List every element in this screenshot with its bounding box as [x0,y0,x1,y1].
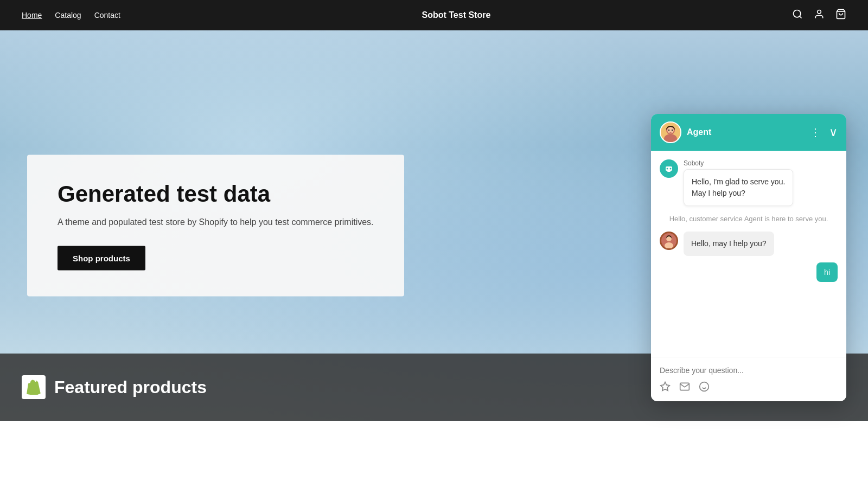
store-title: Sobot Test Store [422,10,491,20]
search-icon[interactable] [792,9,803,22]
user-bubble: Hello, may I help you? [684,232,774,256]
nav-contact[interactable]: Contact [94,11,120,20]
agent-name: Agent [687,127,711,137]
svg-point-0 [793,10,800,17]
featured-title: Featured products [54,377,207,397]
chat-widget: Agent ⋮ ∨ Soboty Hello, I'm glad [651,114,846,401]
chat-header-left: Agent [660,121,711,143]
shop-products-button[interactable]: Shop products [58,246,145,271]
chat-header: Agent ⋮ ∨ [651,114,846,151]
navbar: Home Catalog Contact Sobot Test Store [0,0,868,30]
cart-icon[interactable] [835,9,846,22]
nav-left: Home Catalog Contact [22,11,120,20]
hero-subtext: A theme and populated test store by Shop… [58,216,374,229]
chat-footer [651,357,846,401]
star-icon[interactable] [660,381,671,395]
svg-line-1 [800,16,802,18]
nav-catalog[interactable]: Catalog [55,11,81,20]
system-message: Hello, customer service Agent is here to… [660,215,838,223]
chat-menu-icon[interactable]: ⋮ [810,126,821,139]
svg-point-13 [670,168,672,170]
sent-bubble: hi [816,262,838,282]
hero-heading: Generated test data [58,181,374,207]
svg-marker-18 [661,382,670,391]
nav-home[interactable]: Home [22,11,42,20]
chat-action-bar [660,381,838,395]
svg-point-8 [668,130,669,131]
svg-point-12 [667,168,668,170]
bot-avatar [660,159,678,178]
bot-bubble: Hello, I'm glad to serve you.May I help … [684,169,793,206]
chat-input[interactable] [660,364,838,377]
svg-rect-14 [667,171,671,172]
user-icon[interactable] [814,9,825,22]
bot-message-row: Soboty Hello, I'm glad to serve you.May … [660,159,838,206]
svg-point-19 [700,382,709,391]
user-avatar [660,232,678,250]
hero-card: Generated test data A theme and populate… [27,155,404,297]
user-message-row: Hello, may I help you? [660,232,838,256]
svg-point-2 [818,10,821,14]
shopify-logo [22,375,46,399]
agent-avatar [660,121,681,143]
mail-icon[interactable] [679,381,690,395]
svg-point-9 [672,130,673,131]
chat-body: Soboty Hello, I'm glad to serve you.May … [651,151,846,357]
chat-header-controls: ⋮ ∨ [810,125,838,139]
bot-name: Soboty [684,159,793,167]
nav-icons [792,9,846,22]
chat-collapse-icon[interactable]: ∨ [829,125,838,139]
emoji-icon[interactable] [699,381,710,395]
sent-message-row: hi [660,262,838,282]
bot-message-content: Soboty Hello, I'm glad to serve you.May … [684,159,793,206]
